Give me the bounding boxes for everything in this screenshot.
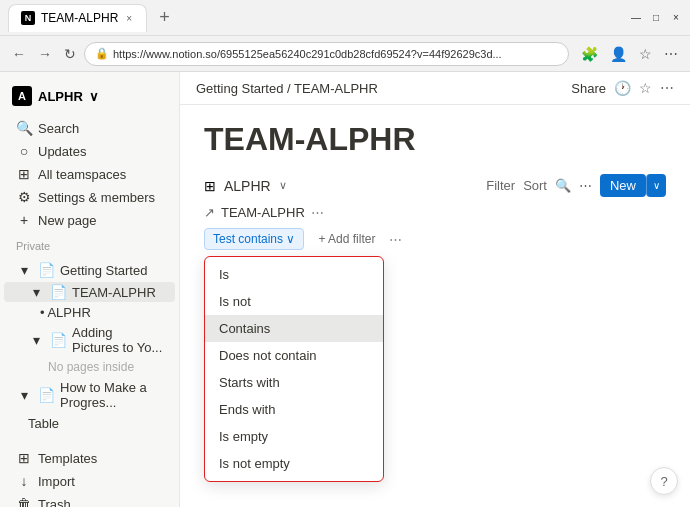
team-alphr-expand-icon: ▾	[28, 284, 44, 300]
app-layout: A ALPHR ∨ 🔍 Search ○ Updates ⊞ All teams…	[0, 72, 690, 507]
notion-topbar: Getting Started / TEAM-ALPHR Share 🕐 ☆ ⋯	[180, 72, 690, 105]
add-filter-button[interactable]: + Add filter	[310, 229, 383, 249]
dropdown-item-starts-with[interactable]: Starts with	[205, 369, 383, 396]
filter-button[interactable]: Filter	[486, 178, 515, 193]
database-header: ⊞ ALPHR ∨ Filter Sort 🔍 ⋯ New ∨	[204, 174, 666, 197]
table-label: Table	[28, 416, 59, 431]
sidebar-tree: ▾ 📄 Getting Started ▾ 📄 TEAM-ALPHR • ALP…	[0, 254, 179, 438]
search-db-icon[interactable]: 🔍	[555, 178, 571, 193]
db-actions: Filter Sort 🔍 ⋯ New ∨	[486, 174, 666, 197]
sidebar-item-templates[interactable]: ⊞ Templates	[4, 447, 175, 469]
how-to-doc-icon: 📄	[38, 387, 54, 403]
new-dropdown-icon: ∨	[653, 180, 660, 191]
filter-bar: Test contains ∨ + Add filter ⋯ Is Is not…	[204, 228, 666, 250]
db-chevron[interactable]: ∨	[279, 179, 287, 192]
settings-icon: ⚙	[16, 189, 32, 205]
getting-started-icon: ▾	[16, 262, 32, 278]
lock-icon: 🔒	[95, 47, 109, 60]
address-bar[interactable]: 🔒 https://www.notion.so/6955125ea56240c2…	[84, 42, 569, 66]
sidebar-item-settings[interactable]: ⚙ Settings & members	[4, 186, 175, 208]
teamspaces-icon: ⊞	[16, 166, 32, 182]
filter-chip[interactable]: Test contains ∨	[204, 228, 304, 250]
sidebar-item-import[interactable]: ↓ Import	[4, 470, 175, 492]
sidebar-item-teamspaces[interactable]: ⊞ All teamspaces	[4, 163, 175, 185]
dropdown-item-ends-with[interactable]: Ends with	[205, 396, 383, 423]
star-icon[interactable]: ☆	[635, 44, 656, 64]
sidebar-item-updates[interactable]: ○ Updates	[4, 140, 175, 162]
sidebar-teamspaces-label: All teamspaces	[38, 167, 126, 182]
database-icon: ⊞	[204, 178, 216, 194]
trash-label: Trash	[38, 497, 71, 508]
sidebar-item-getting-started[interactable]: ▾ 📄 Getting Started	[4, 259, 175, 281]
sidebar: A ALPHR ∨ 🔍 Search ○ Updates ⊞ All teams…	[0, 72, 180, 507]
private-section-label: Private	[0, 236, 179, 254]
workspace-label: ALPHR	[38, 89, 83, 104]
sidebar-item-search[interactable]: 🔍 Search	[4, 117, 175, 139]
share-button[interactable]: Share	[571, 81, 606, 96]
getting-started-label: Getting Started	[60, 263, 147, 278]
sidebar-settings-label: Settings & members	[38, 190, 155, 205]
sidebar-search-label: Search	[38, 121, 79, 136]
workspace-icon: A	[12, 86, 32, 106]
new-button[interactable]: New	[600, 174, 646, 197]
tab-favicon: N	[21, 11, 35, 25]
page-title: TEAM-ALPHR	[204, 121, 666, 158]
address-text: https://www.notion.so/6955125ea56240c291…	[113, 48, 558, 60]
more-menu-icon[interactable]: ⋯	[660, 44, 682, 64]
minimize-button[interactable]: —	[630, 12, 642, 24]
sidebar-item-alphr[interactable]: • ALPHR	[4, 303, 175, 322]
new-label: New	[610, 178, 636, 193]
workspace-chevron: ∨	[89, 89, 99, 104]
team-alphr-doc-icon: 📄	[50, 284, 66, 300]
adding-pics-expand-icon: ▾	[28, 332, 44, 348]
sort-button[interactable]: Sort	[523, 178, 547, 193]
nav-icons: 🧩 👤 ☆ ⋯	[577, 44, 682, 64]
sidebar-newpage-label: New page	[38, 213, 97, 228]
sidebar-item-table[interactable]: Table	[4, 414, 175, 433]
forward-button[interactable]: →	[34, 42, 56, 66]
sidebar-item-trash[interactable]: 🗑 Trash	[4, 493, 175, 507]
search-icon: 🔍	[16, 120, 32, 136]
sidebar-item-how-to[interactable]: ▾ 📄 How to Make a Progres...	[4, 377, 175, 413]
extensions-icon[interactable]: 🧩	[577, 44, 602, 64]
new-page-icon: +	[16, 212, 32, 228]
no-pages-label: No pages inside	[0, 358, 179, 376]
profile-icon[interactable]: 👤	[606, 44, 631, 64]
sidebar-item-adding-pictures[interactable]: ▾ 📄 Adding Pictures to Yo...	[4, 323, 175, 357]
topbar-more-icon[interactable]: ⋯	[660, 80, 674, 96]
view-more-icon[interactable]: ⋯	[311, 205, 324, 220]
workspace-header[interactable]: A ALPHR ∨	[0, 80, 179, 112]
page-content: TEAM-ALPHR ⊞ ALPHR ∨ Filter Sort 🔍 ⋯ New	[180, 105, 690, 507]
new-dropdown-button[interactable]: ∨	[646, 174, 666, 197]
dropdown-item-contains[interactable]: Contains	[205, 315, 383, 342]
trash-icon: 🗑	[16, 496, 32, 507]
browser-tab[interactable]: N TEAM-ALPHR ×	[8, 4, 147, 32]
new-tab-button[interactable]: +	[153, 7, 176, 28]
sidebar-bottom: ⊞ Templates ↓ Import 🗑 Trash	[0, 438, 179, 507]
view-name[interactable]: TEAM-ALPHR	[221, 205, 305, 220]
dropdown-item-is-empty[interactable]: Is empty	[205, 423, 383, 450]
close-button[interactable]: ×	[670, 12, 682, 24]
view-header: ↗ TEAM-ALPHR ⋯	[204, 205, 666, 220]
tab-title: TEAM-ALPHR	[41, 11, 118, 25]
help-button[interactable]: ?	[650, 467, 678, 495]
clock-icon[interactable]: 🕐	[614, 80, 631, 96]
sidebar-item-new-page[interactable]: + New page	[4, 209, 175, 231]
maximize-button[interactable]: □	[650, 12, 662, 24]
tab-close-button[interactable]: ×	[124, 11, 134, 26]
dropdown-item-is-not-empty[interactable]: Is not empty	[205, 450, 383, 477]
filter-chip-label: Test contains ∨	[213, 232, 295, 246]
dropdown-item-is-not[interactable]: Is not	[205, 288, 383, 315]
sidebar-item-team-alphr[interactable]: ▾ 📄 TEAM-ALPHR	[4, 282, 175, 302]
db-more-icon[interactable]: ⋯	[579, 178, 592, 193]
adding-pics-label: Adding Pictures to Yo...	[72, 325, 163, 355]
sidebar-updates-label: Updates	[38, 144, 86, 159]
dropdown-item-is[interactable]: Is	[205, 261, 383, 288]
refresh-button[interactable]: ↻	[60, 42, 80, 66]
templates-icon: ⊞	[16, 450, 32, 466]
back-button[interactable]: ←	[8, 42, 30, 66]
dropdown-item-does-not-contain[interactable]: Does not contain	[205, 342, 383, 369]
filter-more-icon[interactable]: ⋯	[389, 232, 402, 247]
import-label: Import	[38, 474, 75, 489]
topbar-star-icon[interactable]: ☆	[639, 80, 652, 96]
